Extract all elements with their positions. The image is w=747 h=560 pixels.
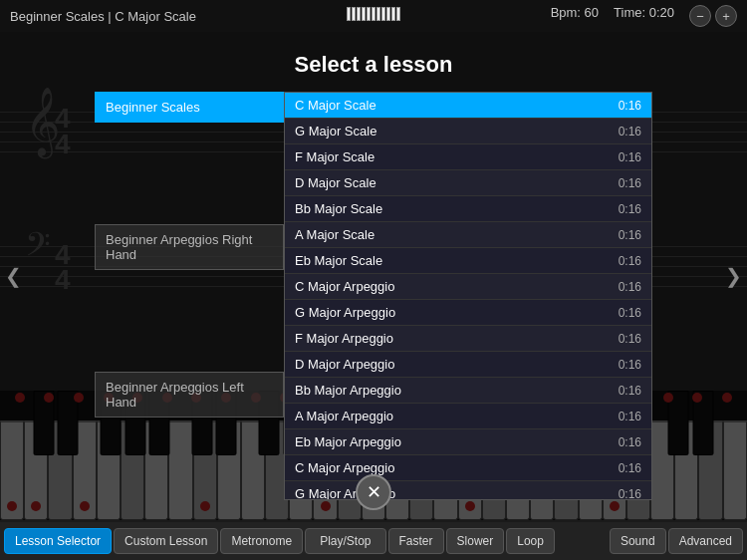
- nav-right-arrow[interactable]: ❯: [725, 264, 742, 288]
- faster-button[interactable]: Faster: [388, 528, 444, 554]
- lesson-duration: 0:16: [619, 410, 641, 423]
- main-area: 𝄞 𝄢 4 4 4 4 ❮ ❯: [0, 32, 747, 520]
- sound-button[interactable]: Sound: [610, 528, 666, 554]
- lesson-name: C Major Arpeggio: [295, 279, 394, 294]
- lesson-name: G Major Scale: [295, 124, 376, 139]
- category-beginner-arpeggios-left[interactable]: Beginner Arpeggios Left Hand: [95, 372, 284, 418]
- lesson-duration: 0:16: [619, 228, 641, 242]
- slower-button[interactable]: Slower: [446, 528, 505, 554]
- lesson-list-item[interactable]: F Major Arpeggio0:16: [285, 326, 651, 352]
- lesson-duration: 0:16: [619, 280, 641, 294]
- dialog-title: Select a lesson: [295, 52, 453, 78]
- piano-icon: [347, 7, 400, 25]
- lesson-duration: 0:16: [619, 435, 641, 449]
- category-beginner-scales[interactable]: Beginner Scales: [95, 92, 284, 123]
- lesson-list-item[interactable]: Eb Major Scale0:16: [285, 248, 651, 274]
- lesson-name: C Major Scale: [295, 98, 376, 113]
- bottom-toolbar: Lesson Selector Custom Lesson Metronome …: [0, 522, 747, 560]
- lesson-name: F Major Arpeggio: [295, 331, 393, 346]
- lesson-list-item[interactable]: G Major Arpeggio0:16: [285, 300, 651, 326]
- lesson-list-item[interactable]: C Major Scale0:16: [285, 93, 651, 119]
- lesson-list-item[interactable]: G Major Arpeggio0:16: [285, 481, 651, 500]
- lesson-duration: 0:16: [619, 176, 641, 190]
- lesson-duration: 0:16: [619, 254, 641, 268]
- lesson-duration: 0:16: [619, 125, 641, 139]
- lesson-list-item[interactable]: D Major Scale0:16: [285, 170, 651, 196]
- zoom-in-icon[interactable]: +: [715, 5, 737, 27]
- lesson-name: Eb Major Scale: [295, 253, 382, 268]
- lesson-name: D Major Arpeggio: [295, 357, 394, 372]
- category-list: Beginner Scales Beginner Arpeggios Right…: [95, 92, 284, 500]
- lesson-duration: 0:16: [619, 99, 641, 113]
- lesson-list-item[interactable]: C Major Arpeggio0:16: [285, 455, 651, 481]
- lesson-duration: 0:16: [619, 150, 641, 164]
- lesson-list-item[interactable]: C Major Arpeggio0:16: [285, 274, 651, 300]
- loop-button[interactable]: Loop: [506, 528, 555, 554]
- header-info: Bpm: 60 Time: 0:20 − +: [551, 5, 737, 27]
- lesson-selector-button[interactable]: Lesson Selector: [4, 528, 112, 554]
- lesson-selector-dialog: Select a lesson Beginner Scales Beginner…: [0, 32, 747, 520]
- close-button[interactable]: ✕: [356, 474, 391, 510]
- play-stop-button[interactable]: Play/Stop: [305, 528, 385, 554]
- lesson-name: A Major Arpeggio: [295, 409, 393, 423]
- lesson-name: Eb Major Arpeggio: [295, 434, 401, 449]
- nav-left-arrow[interactable]: ❮: [5, 264, 22, 288]
- dialog-content: Beginner Scales Beginner Arpeggios Right…: [95, 92, 652, 500]
- custom-lesson-button[interactable]: Custom Lesson: [114, 528, 218, 554]
- lesson-name: F Major Scale: [295, 149, 374, 164]
- lesson-name: D Major Scale: [295, 175, 376, 190]
- metronome-button[interactable]: Metronome: [220, 528, 303, 554]
- lesson-duration: 0:16: [619, 202, 641, 216]
- lesson-name: G Major Arpeggio: [295, 305, 395, 320]
- time-label: Time: 0:20: [614, 5, 674, 27]
- category-beginner-arpeggios-right[interactable]: Beginner Arpeggios Right Hand: [95, 224, 284, 270]
- breadcrumb: Beginner Scales | C Major Scale: [10, 9, 196, 24]
- lesson-list-item[interactable]: A Major Scale0:16: [285, 222, 651, 248]
- lesson-list[interactable]: C Major Scale0:16G Major Scale0:16F Majo…: [284, 92, 652, 500]
- lesson-name: Bb Major Arpeggio: [295, 383, 401, 398]
- header: Beginner Scales | C Major Scale Bpm: 60 …: [0, 0, 747, 32]
- lesson-list-item[interactable]: Eb Major Arpeggio0:16: [285, 429, 651, 455]
- lesson-list-item[interactable]: A Major Arpeggio0:16: [285, 404, 651, 429]
- lesson-duration: 0:16: [619, 306, 641, 320]
- lesson-list-item[interactable]: D Major Arpeggio0:16: [285, 352, 651, 378]
- lesson-list-item[interactable]: Bb Major Arpeggio0:16: [285, 378, 651, 404]
- lesson-name: A Major Scale: [295, 227, 374, 242]
- lesson-list-item[interactable]: F Major Scale0:16: [285, 144, 651, 170]
- lesson-list-item[interactable]: Bb Major Scale0:16: [285, 196, 651, 222]
- lesson-duration: 0:16: [619, 487, 641, 501]
- close-icon: ✕: [367, 481, 381, 503]
- zoom-out-icon[interactable]: −: [689, 5, 711, 27]
- lesson-duration: 0:16: [619, 358, 641, 372]
- lesson-name: Bb Major Scale: [295, 201, 382, 216]
- lesson-name: C Major Arpeggio: [295, 460, 394, 475]
- bpm-label: Bpm: 60: [551, 5, 599, 27]
- lesson-list-item[interactable]: G Major Scale0:16: [285, 119, 651, 144]
- lesson-duration: 0:16: [619, 461, 641, 475]
- lesson-duration: 0:16: [619, 332, 641, 346]
- advanced-button[interactable]: Advanced: [668, 528, 743, 554]
- lesson-duration: 0:16: [619, 384, 641, 398]
